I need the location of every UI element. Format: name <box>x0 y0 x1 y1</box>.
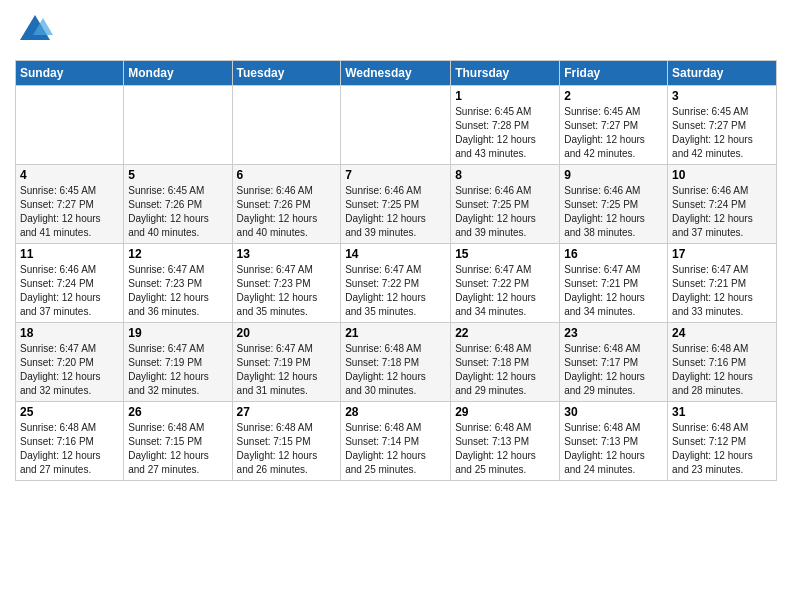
calendar-cell: 19Sunrise: 6:47 AM Sunset: 7:19 PM Dayli… <box>124 323 232 402</box>
day-number: 29 <box>455 405 555 419</box>
day-number: 2 <box>564 89 663 103</box>
day-info: Sunrise: 6:48 AM Sunset: 7:18 PM Dayligh… <box>455 342 555 398</box>
day-number: 21 <box>345 326 446 340</box>
day-info: Sunrise: 6:47 AM Sunset: 7:22 PM Dayligh… <box>345 263 446 319</box>
day-info: Sunrise: 6:47 AM Sunset: 7:21 PM Dayligh… <box>672 263 772 319</box>
day-info: Sunrise: 6:48 AM Sunset: 7:18 PM Dayligh… <box>345 342 446 398</box>
weekday-header-wednesday: Wednesday <box>341 61 451 86</box>
calendar-cell <box>232 86 341 165</box>
day-info: Sunrise: 6:46 AM Sunset: 7:26 PM Dayligh… <box>237 184 337 240</box>
day-number: 15 <box>455 247 555 261</box>
day-info: Sunrise: 6:48 AM Sunset: 7:17 PM Dayligh… <box>564 342 663 398</box>
day-info: Sunrise: 6:47 AM Sunset: 7:19 PM Dayligh… <box>128 342 227 398</box>
day-number: 10 <box>672 168 772 182</box>
calendar-cell <box>16 86 124 165</box>
day-number: 16 <box>564 247 663 261</box>
day-info: Sunrise: 6:45 AM Sunset: 7:27 PM Dayligh… <box>564 105 663 161</box>
calendar-cell: 14Sunrise: 6:47 AM Sunset: 7:22 PM Dayli… <box>341 244 451 323</box>
day-info: Sunrise: 6:48 AM Sunset: 7:12 PM Dayligh… <box>672 421 772 477</box>
day-info: Sunrise: 6:46 AM Sunset: 7:24 PM Dayligh… <box>672 184 772 240</box>
calendar-cell: 2Sunrise: 6:45 AM Sunset: 7:27 PM Daylig… <box>560 86 668 165</box>
day-number: 7 <box>345 168 446 182</box>
logo <box>15 10 59 54</box>
calendar-cell: 28Sunrise: 6:48 AM Sunset: 7:14 PM Dayli… <box>341 402 451 481</box>
day-info: Sunrise: 6:48 AM Sunset: 7:16 PM Dayligh… <box>672 342 772 398</box>
day-info: Sunrise: 6:46 AM Sunset: 7:25 PM Dayligh… <box>345 184 446 240</box>
calendar-cell: 23Sunrise: 6:48 AM Sunset: 7:17 PM Dayli… <box>560 323 668 402</box>
day-number: 19 <box>128 326 227 340</box>
day-info: Sunrise: 6:48 AM Sunset: 7:16 PM Dayligh… <box>20 421 119 477</box>
day-info: Sunrise: 6:47 AM Sunset: 7:20 PM Dayligh… <box>20 342 119 398</box>
day-info: Sunrise: 6:47 AM Sunset: 7:22 PM Dayligh… <box>455 263 555 319</box>
calendar-cell: 20Sunrise: 6:47 AM Sunset: 7:19 PM Dayli… <box>232 323 341 402</box>
day-number: 12 <box>128 247 227 261</box>
calendar-cell: 24Sunrise: 6:48 AM Sunset: 7:16 PM Dayli… <box>668 323 777 402</box>
day-number: 4 <box>20 168 119 182</box>
calendar-cell: 22Sunrise: 6:48 AM Sunset: 7:18 PM Dayli… <box>451 323 560 402</box>
calendar-cell: 8Sunrise: 6:46 AM Sunset: 7:25 PM Daylig… <box>451 165 560 244</box>
day-number: 17 <box>672 247 772 261</box>
weekday-header-tuesday: Tuesday <box>232 61 341 86</box>
day-info: Sunrise: 6:45 AM Sunset: 7:26 PM Dayligh… <box>128 184 227 240</box>
day-info: Sunrise: 6:48 AM Sunset: 7:13 PM Dayligh… <box>455 421 555 477</box>
day-number: 22 <box>455 326 555 340</box>
calendar-cell: 5Sunrise: 6:45 AM Sunset: 7:26 PM Daylig… <box>124 165 232 244</box>
calendar-cell: 6Sunrise: 6:46 AM Sunset: 7:26 PM Daylig… <box>232 165 341 244</box>
day-info: Sunrise: 6:47 AM Sunset: 7:19 PM Dayligh… <box>237 342 337 398</box>
weekday-header-row: SundayMondayTuesdayWednesdayThursdayFrid… <box>16 61 777 86</box>
day-info: Sunrise: 6:45 AM Sunset: 7:27 PM Dayligh… <box>672 105 772 161</box>
calendar-cell: 27Sunrise: 6:48 AM Sunset: 7:15 PM Dayli… <box>232 402 341 481</box>
day-info: Sunrise: 6:45 AM Sunset: 7:28 PM Dayligh… <box>455 105 555 161</box>
main-container: SundayMondayTuesdayWednesdayThursdayFrid… <box>0 0 792 491</box>
week-row-4: 18Sunrise: 6:47 AM Sunset: 7:20 PM Dayli… <box>16 323 777 402</box>
weekday-header-saturday: Saturday <box>668 61 777 86</box>
calendar-cell: 17Sunrise: 6:47 AM Sunset: 7:21 PM Dayli… <box>668 244 777 323</box>
day-number: 20 <box>237 326 337 340</box>
calendar-cell: 7Sunrise: 6:46 AM Sunset: 7:25 PM Daylig… <box>341 165 451 244</box>
calendar-cell: 11Sunrise: 6:46 AM Sunset: 7:24 PM Dayli… <box>16 244 124 323</box>
calendar-cell: 15Sunrise: 6:47 AM Sunset: 7:22 PM Dayli… <box>451 244 560 323</box>
calendar-cell <box>341 86 451 165</box>
day-number: 26 <box>128 405 227 419</box>
calendar-cell: 26Sunrise: 6:48 AM Sunset: 7:15 PM Dayli… <box>124 402 232 481</box>
calendar-cell: 10Sunrise: 6:46 AM Sunset: 7:24 PM Dayli… <box>668 165 777 244</box>
week-row-2: 4Sunrise: 6:45 AM Sunset: 7:27 PM Daylig… <box>16 165 777 244</box>
calendar-cell: 3Sunrise: 6:45 AM Sunset: 7:27 PM Daylig… <box>668 86 777 165</box>
week-row-1: 1Sunrise: 6:45 AM Sunset: 7:28 PM Daylig… <box>16 86 777 165</box>
day-info: Sunrise: 6:46 AM Sunset: 7:25 PM Dayligh… <box>455 184 555 240</box>
logo-image <box>15 10 55 54</box>
day-number: 11 <box>20 247 119 261</box>
day-number: 3 <box>672 89 772 103</box>
calendar-cell: 12Sunrise: 6:47 AM Sunset: 7:23 PM Dayli… <box>124 244 232 323</box>
weekday-header-sunday: Sunday <box>16 61 124 86</box>
calendar-cell: 4Sunrise: 6:45 AM Sunset: 7:27 PM Daylig… <box>16 165 124 244</box>
day-number: 18 <box>20 326 119 340</box>
day-number: 27 <box>237 405 337 419</box>
calendar-cell: 30Sunrise: 6:48 AM Sunset: 7:13 PM Dayli… <box>560 402 668 481</box>
day-info: Sunrise: 6:48 AM Sunset: 7:13 PM Dayligh… <box>564 421 663 477</box>
day-number: 5 <box>128 168 227 182</box>
day-number: 1 <box>455 89 555 103</box>
day-number: 28 <box>345 405 446 419</box>
day-number: 6 <box>237 168 337 182</box>
calendar-cell: 25Sunrise: 6:48 AM Sunset: 7:16 PM Dayli… <box>16 402 124 481</box>
week-row-5: 25Sunrise: 6:48 AM Sunset: 7:16 PM Dayli… <box>16 402 777 481</box>
day-info: Sunrise: 6:48 AM Sunset: 7:15 PM Dayligh… <box>237 421 337 477</box>
day-number: 24 <box>672 326 772 340</box>
calendar-cell: 29Sunrise: 6:48 AM Sunset: 7:13 PM Dayli… <box>451 402 560 481</box>
calendar-cell: 31Sunrise: 6:48 AM Sunset: 7:12 PM Dayli… <box>668 402 777 481</box>
day-info: Sunrise: 6:47 AM Sunset: 7:23 PM Dayligh… <box>237 263 337 319</box>
day-info: Sunrise: 6:48 AM Sunset: 7:14 PM Dayligh… <box>345 421 446 477</box>
calendar-cell: 16Sunrise: 6:47 AM Sunset: 7:21 PM Dayli… <box>560 244 668 323</box>
day-info: Sunrise: 6:48 AM Sunset: 7:15 PM Dayligh… <box>128 421 227 477</box>
day-info: Sunrise: 6:45 AM Sunset: 7:27 PM Dayligh… <box>20 184 119 240</box>
day-number: 31 <box>672 405 772 419</box>
day-number: 14 <box>345 247 446 261</box>
calendar-cell: 9Sunrise: 6:46 AM Sunset: 7:25 PM Daylig… <box>560 165 668 244</box>
day-number: 25 <box>20 405 119 419</box>
day-number: 23 <box>564 326 663 340</box>
calendar-cell: 1Sunrise: 6:45 AM Sunset: 7:28 PM Daylig… <box>451 86 560 165</box>
day-info: Sunrise: 6:47 AM Sunset: 7:23 PM Dayligh… <box>128 263 227 319</box>
weekday-header-thursday: Thursday <box>451 61 560 86</box>
day-number: 13 <box>237 247 337 261</box>
